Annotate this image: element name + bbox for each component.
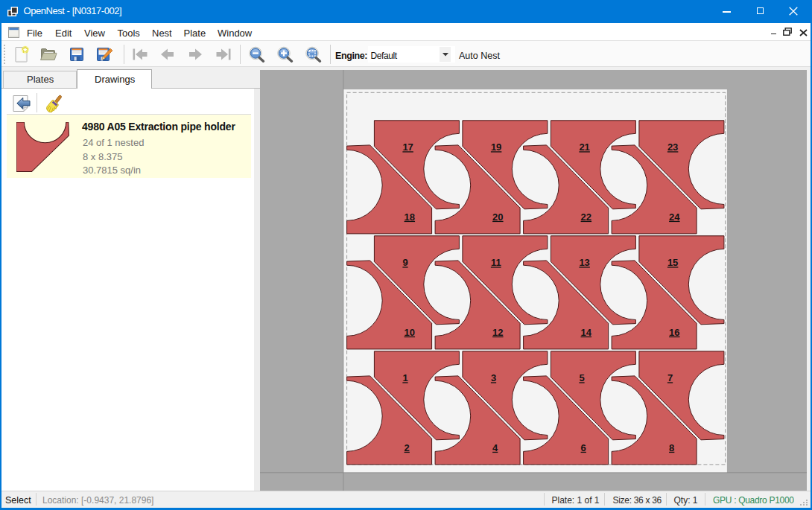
svg-text:13: 13 <box>579 257 589 268</box>
svg-text:2: 2 <box>405 442 410 453</box>
svg-text:3: 3 <box>491 372 496 383</box>
svg-text:19: 19 <box>491 141 501 153</box>
svg-text:18: 18 <box>405 211 415 223</box>
svg-text:15: 15 <box>667 257 678 268</box>
svg-text:14: 14 <box>581 327 592 338</box>
svg-text:24: 24 <box>669 211 680 223</box>
svg-text:22: 22 <box>581 211 591 223</box>
svg-text:17: 17 <box>402 141 413 153</box>
svg-text:10: 10 <box>405 327 415 338</box>
svg-text:23: 23 <box>667 141 678 153</box>
svg-text:9: 9 <box>402 257 407 268</box>
svg-text:4: 4 <box>492 442 498 453</box>
svg-text:5: 5 <box>579 372 584 383</box>
svg-text:7: 7 <box>667 372 673 383</box>
svg-text:6: 6 <box>581 442 586 453</box>
svg-text:8: 8 <box>669 442 674 453</box>
svg-text:21: 21 <box>579 141 589 153</box>
svg-text:11: 11 <box>491 257 501 268</box>
svg-text:20: 20 <box>492 211 503 223</box>
svg-text:1: 1 <box>402 372 407 383</box>
svg-text:16: 16 <box>669 327 679 338</box>
svg-text:12: 12 <box>492 327 503 338</box>
